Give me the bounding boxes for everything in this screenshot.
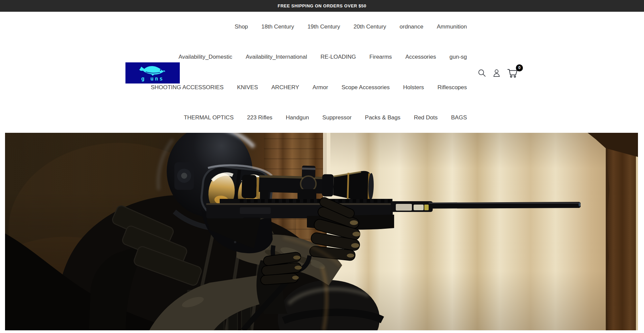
- nav-item-suppressor[interactable]: Suppressor: [322, 114, 352, 121]
- hero-illustration-sniper: [5, 133, 638, 330]
- nav-item-holsters[interactable]: Holsters: [403, 84, 424, 91]
- nav-item-20th-century[interactable]: 20th Century: [354, 23, 386, 30]
- search-icon: [477, 68, 486, 77]
- nav-item-availability-international[interactable]: Availability_International: [246, 54, 307, 60]
- nav-row-3: SHOOTING ACCESSORIESKNIVESARCHERYArmorSc…: [151, 84, 467, 91]
- nav-item-19th-century[interactable]: 19th Century: [308, 23, 340, 30]
- nav-row-4: THERMAL OPTICS223 RiflesHandgunSuppresso…: [184, 114, 467, 121]
- cart-button[interactable]: 0: [507, 68, 519, 78]
- nav-row-1: Shop18th Century19th Century20th Century…: [235, 23, 467, 30]
- nav-item-accessories[interactable]: Accessories: [405, 54, 436, 60]
- nav-item-ammunition[interactable]: Ammunition: [437, 23, 467, 30]
- user-icon: [492, 68, 501, 77]
- nav-item-red-dots[interactable]: Red Dots: [414, 114, 438, 121]
- nav-item-knives[interactable]: KNIVES: [237, 84, 258, 91]
- header-icons: 0: [477, 62, 519, 84]
- nav-item-armor[interactable]: Armor: [313, 84, 328, 91]
- cart-count-badge: 0: [516, 64, 523, 71]
- account-button[interactable]: [492, 68, 501, 77]
- nav-item-shooting-accessories[interactable]: SHOOTING ACCESSORIES: [151, 84, 223, 91]
- header-container: g uns Shop18th Century19th Century20th C…: [125, 12, 519, 133]
- nav-item-re-loading[interactable]: RE-LOADING: [321, 54, 356, 60]
- search-button[interactable]: [477, 68, 486, 77]
- nav-row-2: Availability_DomesticAvailability_Intern…: [178, 54, 467, 60]
- nav-item-firearms[interactable]: Firearms: [369, 54, 392, 60]
- nav-item-packs-bags[interactable]: Packs & Bags: [365, 114, 400, 121]
- nav-item-riflescopes[interactable]: Riflescopes: [437, 84, 467, 91]
- nav-item-thermal-optics[interactable]: THERMAL OPTICS: [184, 114, 234, 121]
- hero-right-post: [588, 133, 638, 330]
- main-nav: Shop18th Century19th Century20th Century…: [151, 12, 467, 133]
- announcement-text: FREE SHIPPING ON ORDERS OVER $50: [278, 3, 367, 8]
- nav-item-archery[interactable]: ARCHERY: [271, 84, 299, 91]
- nav-item-bags[interactable]: BAGS: [451, 114, 467, 121]
- nav-item-availability-domestic[interactable]: Availability_Domestic: [178, 54, 232, 60]
- hero-image: [5, 133, 638, 330]
- nav-item-scope-accessories[interactable]: Scope Accessories: [341, 84, 390, 91]
- nav-item-ordnance[interactable]: ordnance: [399, 23, 423, 30]
- nav-item-18th-century[interactable]: 18th Century: [261, 23, 294, 30]
- site-header: g uns Shop18th Century19th Century20th C…: [0, 12, 644, 133]
- nav-item-gun-sg[interactable]: gun-sg: [449, 54, 467, 60]
- nav-item-shop[interactable]: Shop: [235, 23, 248, 30]
- announcement-bar: FREE SHIPPING ON ORDERS OVER $50: [0, 0, 644, 12]
- nav-item-handgun[interactable]: Handgun: [286, 114, 309, 121]
- nav-item-223-rifles[interactable]: 223 Rifles: [247, 114, 272, 121]
